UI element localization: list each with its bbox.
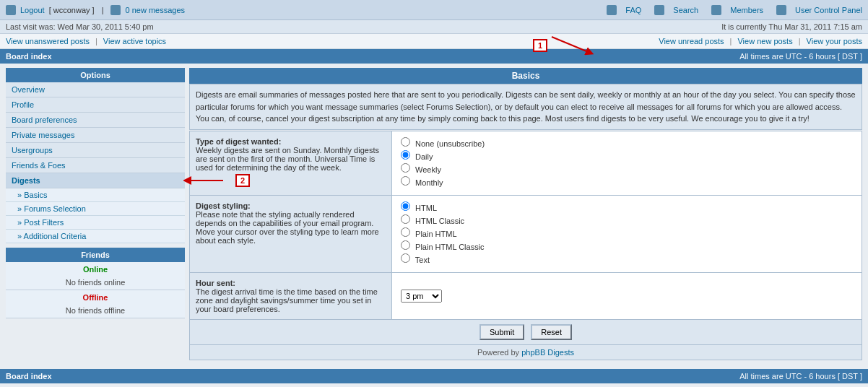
your-posts-link[interactable]: View your posts: [807, 37, 862, 45]
radio-monthly-input[interactable]: [401, 176, 410, 186]
hour-sent-sublabel: The digest arrival time is the time base…: [196, 287, 378, 313]
top-bar: Logout [ wcconway ] | 0 new messages FAQ…: [0, 0, 868, 20]
sidebar-item-overview[interactable]: Overview: [6, 82, 185, 97]
sidebar-item-board-preferences[interactable]: Board preferences: [6, 113, 185, 128]
radio-plain-html-classic-label: Plain HTML Classic: [415, 243, 485, 251]
top-bar-left: Logout [ wcconway ] | 0 new messages: [6, 5, 185, 15]
board-index-link-top[interactable]: Board index: [6, 52, 52, 61]
radio-weekly-label: Weekly: [415, 165, 441, 174]
form-table: Type of digest wanted: Weekly digests ar…: [189, 131, 862, 360]
search-link[interactable]: Search: [673, 6, 698, 14]
digest-styling-row: Digest styling: Please note that the sty…: [190, 195, 862, 272]
radio-plain-html-classic-input[interactable]: [401, 240, 410, 250]
powered-by-text: Powered by: [477, 348, 519, 357]
sidebar-item-profile[interactable]: Profile: [6, 97, 185, 113]
quick-links-right: View unread posts | View new posts | Vie…: [659, 37, 862, 45]
digest-styling-sublabel: Please note that the styling actually re…: [196, 210, 379, 245]
radio-html-classic[interactable]: HTML Classic: [401, 214, 853, 225]
sidebar-sub-post-filters[interactable]: » Post Filters: [6, 216, 185, 230]
radio-daily[interactable]: Daily: [401, 150, 853, 161]
annotation-1-arrow: [550, 35, 594, 56]
friends-section: Friends Online No friends online Offline…: [6, 248, 185, 318]
powered-by-cell: Powered by phpBB Digests: [190, 344, 862, 360]
sidebar-item-usergroups[interactable]: Usergroups: [6, 143, 185, 158]
ucp-link[interactable]: User Control Panel: [795, 6, 862, 14]
top-bar-right: FAQ Search Members User Control Panel: [607, 5, 862, 15]
reset-button[interactable]: Reset: [531, 324, 572, 340]
timezone-label-top: All times are UTC - 6 hours [ DST ]: [739, 52, 862, 61]
hour-sent-title: Hour sent:: [196, 279, 235, 287]
sidebar-sub-basics[interactable]: » Basics: [6, 188, 185, 202]
board-index-link-bottom[interactable]: Board index: [6, 372, 52, 381]
radio-daily-input[interactable]: [401, 150, 410, 160]
search-icon: [654, 5, 664, 15]
annotation-2-container: 2: [183, 173, 250, 188]
annotation-1-container: 1: [533, 35, 594, 56]
radio-html-classic-input[interactable]: [401, 214, 410, 224]
powered-by-row: Powered by phpBB Digests: [190, 344, 862, 360]
board-index-bar-bottom: Board index All times are UTC - 6 hours …: [0, 369, 868, 383]
submit-row: Submit Reset: [190, 319, 862, 344]
active-topics-link[interactable]: View active topics: [103, 37, 166, 45]
sidebar-sub-additional-criteria[interactable]: » Additional Criteria: [6, 230, 185, 243]
radio-none[interactable]: None (unsubscribe): [401, 137, 853, 148]
digest-type-title: Type of digest wanted:: [196, 137, 281, 146]
submit-button[interactable]: Submit: [479, 324, 524, 340]
hour-sent-select[interactable]: 12 am1 am2 am3 am 4 am5 am6 am7 am 8 am9…: [401, 290, 442, 303]
digest-type-row: Type of digest wanted: Weekly digests ar…: [190, 131, 862, 195]
radio-plain-html-classic[interactable]: Plain HTML Classic: [401, 240, 853, 251]
logout-link[interactable]: Logout: [20, 6, 45, 14]
dst-link-top[interactable]: DST: [842, 52, 858, 61]
radio-weekly[interactable]: Weekly: [401, 163, 853, 174]
radio-text-input[interactable]: [401, 253, 410, 263]
ucp-icon: [776, 5, 786, 15]
board-index-bar-top: Board index All times are UTC - 6 hours …: [0, 49, 868, 64]
sidebar-sub-forums-selection[interactable]: » Forums Selection: [6, 202, 185, 216]
members-link[interactable]: Members: [730, 6, 763, 14]
hour-sent-label-cell: Hour sent: The digest arrival time is th…: [190, 272, 392, 319]
radio-plain-html[interactable]: Plain HTML: [401, 227, 853, 238]
radio-weekly-input[interactable]: [401, 163, 410, 173]
last-visit-text: Last visit was: Wed Mar 30, 2011 5:40 pm: [6, 22, 154, 31]
digest-styling-label-cell: Digest styling: Please note that the sty…: [190, 195, 392, 272]
annotation-2-arrow: [183, 173, 234, 188]
quick-links-left: View unanswered posts | View active topi…: [6, 37, 166, 45]
friends-header: Friends: [6, 248, 185, 262]
members-icon: [711, 5, 721, 15]
radio-monthly[interactable]: Monthly: [401, 176, 853, 187]
unread-posts-link[interactable]: View unread posts: [659, 37, 724, 45]
radio-html-input[interactable]: [401, 201, 410, 211]
radio-html-label: HTML: [415, 204, 437, 212]
online-status-label: Online: [6, 262, 185, 277]
radio-text[interactable]: Text: [401, 253, 853, 264]
current-time: It is currently Thu Mar 31, 2011 7:15 am: [721, 22, 862, 31]
submit-cell: Submit Reset: [190, 319, 862, 344]
content-area: Basics Digests are email summaries of me…: [189, 68, 862, 360]
radio-plain-html-input[interactable]: [401, 227, 410, 237]
sidebar-item-private-messages[interactable]: Private messages: [6, 128, 185, 143]
sidebar-item-digests[interactable]: Digests 2: [6, 173, 185, 188]
radio-html[interactable]: HTML: [401, 201, 853, 212]
basics-description: Digests are email summaries of messages …: [189, 84, 862, 130]
radio-daily-label: Daily: [415, 152, 433, 161]
radio-none-input[interactable]: [401, 137, 410, 147]
radio-monthly-label: Monthly: [415, 178, 443, 187]
separator2: |: [730, 37, 732, 45]
no-friends-online: No friends online: [6, 277, 185, 290]
unanswered-posts-link[interactable]: View unanswered posts: [6, 37, 90, 45]
messages-link[interactable]: 0 new messages: [125, 6, 185, 14]
view-new-posts-link[interactable]: View new posts: [737, 37, 792, 45]
messages-icon: [110, 5, 121, 15]
separator3: |: [799, 37, 801, 45]
radio-plain-html-label: Plain HTML: [415, 230, 456, 238]
sidebar-item-friends-foes[interactable]: Friends & Foes: [6, 158, 185, 173]
separator1: |: [95, 37, 97, 45]
phpbb-digests-link[interactable]: phpBB Digests: [521, 348, 574, 357]
faq-link[interactable]: FAQ: [625, 6, 641, 14]
digest-styling-value-cell: HTML HTML Classic Plain HTML Plain HTML …: [392, 195, 862, 272]
timezone-label-bottom: All times are UTC - 6 hours [ DST ]: [739, 372, 862, 381]
digest-styling-title: Digest styling:: [196, 201, 251, 210]
dst-link-bottom[interactable]: DST: [842, 372, 858, 381]
radio-text-label: Text: [415, 256, 430, 264]
separator: |: [102, 6, 104, 14]
